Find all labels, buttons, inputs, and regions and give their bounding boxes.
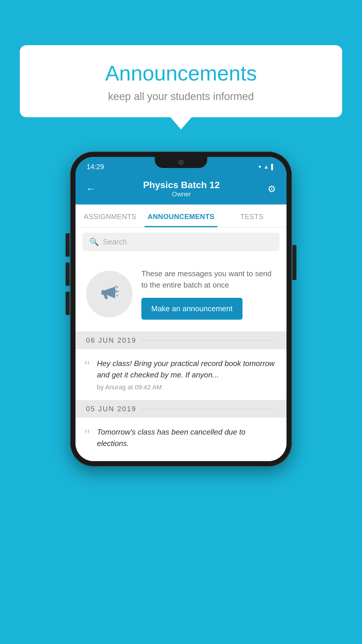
announcement-promo: These are messages you want to send to t… (75, 256, 287, 332)
megaphone-icon (99, 281, 120, 306)
tab-announcements[interactable]: ANNOUNCEMENTS (145, 204, 217, 227)
header-subtitle: Owner (143, 190, 220, 198)
phone-notch (155, 157, 207, 168)
phone-outer: 14:29 ▾ ▲ ▌ ← Physics Batch 12 Owner ⚙ (70, 152, 292, 466)
wifi-icon: ▾ (259, 164, 261, 170)
tab-bar: ASSIGNMENTS ANNOUNCEMENTS TESTS (75, 204, 287, 228)
promo-description: These are messages you want to send to t… (141, 268, 276, 291)
date-separator-line-1 (140, 340, 276, 341)
search-icon: 🔍 (89, 237, 99, 246)
signal-icon: ▲ (263, 164, 269, 170)
announcement-text-2: Tomorrow's class has been cancelled due … (97, 426, 276, 449)
back-button[interactable]: ← (86, 183, 95, 194)
announcement-item-1[interactable]: " Hey class! Bring your practical record… (75, 349, 287, 400)
status-icons: ▾ ▲ ▌ (259, 164, 275, 170)
header-title: Physics Batch 12 (143, 180, 220, 190)
search-input-wrapper[interactable]: 🔍 Search (82, 233, 280, 251)
date-separator-text-1: 06 JUN 2019 (86, 336, 136, 344)
quote-icon-1: " (84, 359, 90, 373)
status-time: 14:29 (87, 163, 104, 171)
content-area: 🔍 Search (75, 228, 287, 461)
date-separator-2: 05 JUN 2019 (75, 400, 287, 418)
tab-tests[interactable]: TESTS (217, 204, 287, 227)
battery-icon: ▌ (271, 164, 275, 170)
settings-icon[interactable]: ⚙ (268, 183, 276, 195)
date-separator-line-2 (140, 409, 276, 409)
svg-line-0 (117, 287, 118, 288)
promo-content: These are messages you want to send to t… (141, 268, 276, 320)
date-separator-text-2: 05 JUN 2019 (86, 405, 136, 413)
speech-bubble: Announcements keep all your students inf… (20, 45, 342, 117)
front-camera (178, 160, 184, 165)
announcement-content-1: Hey class! Bring your practical record b… (97, 358, 276, 391)
header-title-group: Physics Batch 12 Owner (143, 180, 220, 198)
date-separator-1: 06 JUN 2019 (75, 332, 287, 349)
quote-icon-2: " (84, 428, 90, 442)
app-header: ← Physics Batch 12 Owner ⚙ (75, 174, 287, 204)
tab-assignments[interactable]: ASSIGNMENTS (75, 204, 145, 227)
phone-mockup: 14:29 ▾ ▲ ▌ ← Physics Batch 12 Owner ⚙ (70, 152, 292, 466)
announcement-meta-1: by Anurag at 09:42 AM (97, 384, 276, 391)
bubble-title: Announcements (37, 61, 325, 85)
search-bar: 🔍 Search (75, 228, 287, 256)
announcement-content-2: Tomorrow's class has been cancelled due … (97, 426, 276, 452)
bubble-subtitle: keep all your students informed (37, 90, 325, 103)
announcement-item-2[interactable]: " Tomorrow's class has been cancelled du… (75, 418, 287, 461)
svg-line-2 (117, 295, 118, 296)
promo-icon-circle (86, 271, 133, 317)
speech-bubble-container: Announcements keep all your students inf… (20, 45, 342, 117)
search-placeholder: Search (103, 237, 127, 246)
make-announcement-button[interactable]: Make an announcement (141, 298, 242, 320)
announcement-text-1: Hey class! Bring your practical record b… (97, 358, 276, 381)
phone-screen: 14:29 ▾ ▲ ▌ ← Physics Batch 12 Owner ⚙ (75, 157, 287, 461)
